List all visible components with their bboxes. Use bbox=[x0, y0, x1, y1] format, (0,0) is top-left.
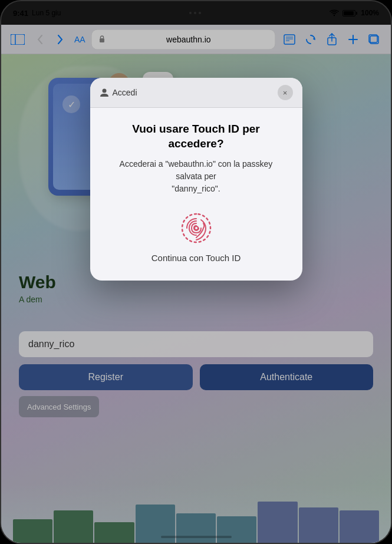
modal-continue-text: Continua con Touch ID bbox=[151, 253, 241, 263]
home-indicator bbox=[161, 536, 232, 538]
modal-description: Accederai a "webauthn.io" con la passkey… bbox=[108, 158, 285, 195]
modal-overlay: Accedi × Vuoi usare Touch ID per acceder… bbox=[1, 1, 391, 543]
svg-point-15 bbox=[195, 226, 198, 230]
touch-id-modal: Accedi × Vuoi usare Touch ID per acceder… bbox=[90, 78, 302, 281]
person-icon bbox=[100, 88, 109, 97]
modal-header-title-area: Accedi bbox=[100, 88, 137, 97]
ipad-frame: 9:41 Lun 5 giu 100% bbox=[0, 0, 392, 544]
modal-header: Accedi × bbox=[90, 78, 302, 108]
modal-header-label: Accedi bbox=[113, 88, 137, 97]
modal-close-button[interactable]: × bbox=[278, 85, 293, 100]
svg-point-14 bbox=[102, 89, 106, 93]
fingerprint-icon bbox=[180, 212, 213, 245]
fingerprint-container bbox=[177, 209, 215, 247]
modal-body: Vuoi usare Touch ID per accedere? Accede… bbox=[90, 108, 302, 281]
modal-title: Vuoi usare Touch ID per accedere? bbox=[108, 122, 285, 151]
